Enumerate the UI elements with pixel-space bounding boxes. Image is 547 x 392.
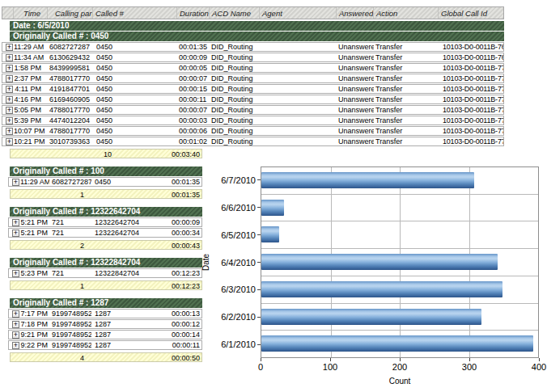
cell-duration: 00:00:11 <box>177 95 210 103</box>
cell-time: 4:11 PM <box>14 85 48 93</box>
x-tick-label: 200 <box>392 362 407 372</box>
cell-global-call-id: 10103-D0-0011B-773 <box>439 95 503 103</box>
cell-acd-name: DID_Routing <box>210 116 260 124</box>
expand-icon[interactable]: + <box>12 321 19 328</box>
table-rows: +11:29 AM6082727287045000:01:35DID_Routi… <box>2 42 504 146</box>
expand-icon[interactable]: + <box>6 54 13 61</box>
cell-answered: Unanswered <box>337 53 374 61</box>
cell-called: 0450 <box>93 53 177 61</box>
expand-icon[interactable]: + <box>6 44 13 51</box>
table-row: +11:29 AM6082727287045000:01:35 <box>8 177 202 187</box>
expand-icon[interactable]: + <box>12 230 19 237</box>
column-header-called: Called # <box>93 7 177 19</box>
expand-icon[interactable]: + <box>6 117 13 124</box>
x-tick-label: 100 <box>323 362 337 372</box>
cell-time: 10:21 PM <box>14 137 48 145</box>
cell-expand: + <box>2 43 14 51</box>
expand-icon[interactable]: + <box>6 107 13 114</box>
cell-action: Transfer <box>374 64 439 72</box>
chart-bar <box>261 309 481 325</box>
cell-action: Transfer <box>374 106 439 114</box>
cell-time: 9:22 PM <box>20 341 49 349</box>
expand-icon[interactable]: + <box>6 128 13 135</box>
summary-count: 1 <box>80 190 84 200</box>
cell-called: 0450 <box>93 85 177 93</box>
summary-count: 2 <box>80 241 84 251</box>
expand-icon[interactable]: + <box>12 270 19 277</box>
summary-count: 4 <box>80 353 84 363</box>
summary-total-duration: 00:01:35 <box>172 190 200 200</box>
summary-total-duration: 00:00:43 <box>172 241 200 251</box>
cell-duration: 00:00:09 <box>177 53 210 61</box>
x-tick-mark <box>400 358 401 361</box>
chart-category-label: 6/1/2010 <box>209 331 261 358</box>
table-row: +9:22 PM9199748952128700:00:11 <box>8 340 202 350</box>
cell-acd-name: DID_Routing <box>210 43 260 51</box>
cell-called: 0450 <box>93 95 177 103</box>
category-label-text: 6/3/2010 <box>221 285 256 294</box>
cell-duration: 00:00:05 <box>177 64 210 72</box>
table-row: +11:29 AM6082727287045000:01:35DID_Routi… <box>2 42 504 52</box>
cell-duration: 00:00:03 <box>177 116 210 124</box>
cell-answered: Unanswered <box>337 106 374 114</box>
category-label-text: 6/2/2010 <box>221 312 256 322</box>
call-group-section: Originally Called # : 12322642704+5:21 P… <box>8 207 202 250</box>
expand-icon[interactable]: + <box>12 331 19 339</box>
cell-called: 12322642704 <box>91 218 169 226</box>
cell-action: Transfer <box>374 137 439 145</box>
expand-icon[interactable]: + <box>6 86 13 93</box>
summary-total-duration: 00:12:23 <box>172 281 200 291</box>
column-header-action: Action <box>374 7 439 19</box>
chart-category-labels: 6/7/20106/6/20106/5/20106/4/20106/3/2010… <box>209 166 261 358</box>
expand-icon[interactable]: + <box>12 219 19 226</box>
cell-answered: Unanswered <box>337 137 374 145</box>
cell-global-call-id: 10103-D0-0011B-778 <box>439 116 503 124</box>
cell-called: 12322642704 <box>91 229 169 237</box>
expand-icon[interactable]: + <box>6 96 13 103</box>
cell-action: Transfer <box>374 74 439 82</box>
chart-bar <box>261 226 279 242</box>
cell-acd-name: DID_Routing <box>210 53 260 61</box>
cell-calling-party: 3010739363 <box>48 137 93 145</box>
chart-bar <box>261 172 474 188</box>
expand-icon[interactable]: + <box>12 310 19 318</box>
chart-bar-slot <box>261 331 538 357</box>
table-row: +4:11 PM4191847701045000:00:15DID_Routin… <box>2 84 504 94</box>
expand-icon[interactable]: + <box>6 65 13 72</box>
expand-icon[interactable]: + <box>12 179 19 186</box>
table-row: +5:21 PM7211232264270400:00:09 <box>8 217 202 227</box>
table-row: +5:23 PM7211232284270400:12:23 <box>8 268 202 278</box>
cell-global-call-id: 10103-D0-0011B-774 <box>439 106 503 114</box>
call-detail-report: Time Calling party # Called # Duration A… <box>0 0 547 392</box>
summary-count: 1 <box>80 281 84 291</box>
cell-action: Transfer <box>374 127 439 135</box>
cell-expand: + <box>9 320 20 328</box>
cell-called: 12322842704 <box>91 269 169 277</box>
x-tick-label: 400 <box>532 362 546 372</box>
table-row: +11:34 AM6130629432045000:00:09DID_Routi… <box>2 53 504 62</box>
expand-icon[interactable]: + <box>6 138 13 145</box>
chart-x-axis-title: Count <box>261 377 539 386</box>
cell-answered: Unanswered <box>337 95 374 103</box>
chart-category-label: 6/2/2010 <box>209 303 261 331</box>
cell-expand: + <box>9 178 20 186</box>
group-summary-row: 200:00:43 <box>10 240 202 250</box>
cell-duration: 00:00:14 <box>169 331 201 339</box>
cell-action: Transfer <box>374 43 439 51</box>
table-row: +7:17 PM9199748952128700:00:13 <box>8 309 202 318</box>
expand-icon[interactable]: + <box>6 75 13 82</box>
summary-count: 10 <box>104 150 112 159</box>
cell-time: 7:18 PM <box>20 320 49 328</box>
column-header-duration: Duration <box>177 7 210 19</box>
expand-icon[interactable]: + <box>12 342 19 349</box>
cell-acd-name: DID_Routing <box>210 64 260 72</box>
date-group-band: Date : 6/5/2010 <box>10 21 504 31</box>
chart-x-tick-labels: 0100200300400 <box>261 362 539 373</box>
cell-duration: 00:00:34 <box>169 229 201 237</box>
chart-bar <box>261 200 284 216</box>
cell-time: 5:21 PM <box>20 218 49 226</box>
cell-duration: 00:00:07 <box>177 74 210 82</box>
cell-calling-party: 4788017770 <box>48 106 93 114</box>
cell-called: 0450 <box>93 137 177 145</box>
table-row: +4:16 PM6169460905045000:00:11DID_Routin… <box>2 95 504 104</box>
